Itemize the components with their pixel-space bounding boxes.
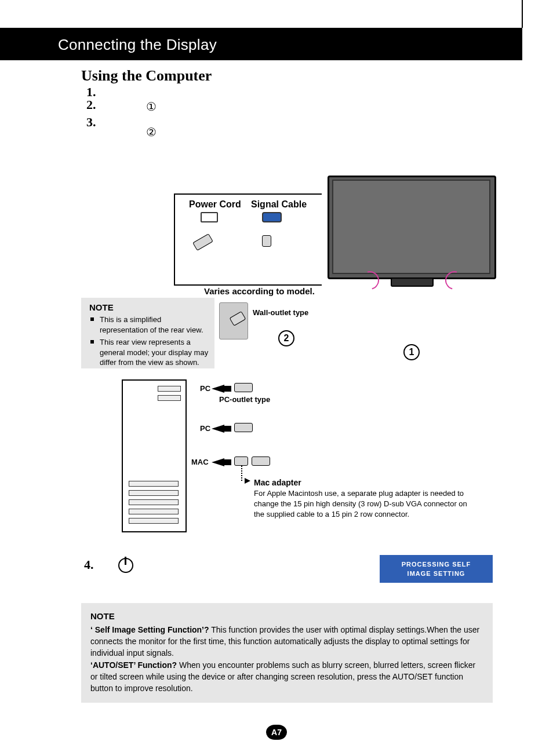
step-number-2: 2.: [86, 97, 96, 112]
tower-drive-icon: [129, 499, 179, 505]
page-number-badge: A7: [266, 725, 287, 740]
ac-port-icon: [201, 212, 218, 222]
cable-panel-edge: [313, 193, 322, 286]
note-box-rear-view: NOTE This is a simplified representation…: [81, 298, 214, 368]
monitor-screen-illustration: [332, 180, 490, 274]
mac-label: MAC: [191, 458, 209, 466]
arrow-left-icon: [212, 458, 224, 466]
pc-outlet-label: PC-outlet type: [219, 395, 270, 404]
step-number-4: 4.: [84, 557, 94, 572]
mac-adapter-label: Mac adapter: [254, 478, 301, 487]
signal-plug-icon: [262, 235, 271, 247]
tower-drive-icon: [129, 481, 179, 487]
adapter-plug-icon: [234, 456, 248, 466]
vga-port-icon: [262, 212, 282, 222]
step-number-3: 3.: [86, 115, 96, 130]
monitor-stand-illustration: [391, 277, 434, 287]
note1-item: This rear view represents a general mode…: [97, 337, 209, 368]
tower-slot-icon: [158, 386, 181, 392]
arrow-right-icon: [245, 478, 250, 484]
section-title: Using the Computer: [81, 67, 212, 85]
note1-title: NOTE: [89, 302, 209, 312]
tower-drive-icon: [129, 518, 179, 524]
power-icon: [118, 558, 133, 573]
processing-line-1: PROCESSING SELF: [380, 561, 493, 568]
signal-cable-label: Signal Cable: [251, 199, 307, 210]
arrow-bar-icon: [223, 459, 231, 465]
note2-auto-set: ‘AUTO/SET’ Function? When you encounter …: [90, 659, 483, 695]
diagram-circle-1: 1: [403, 344, 420, 360]
note-box-functions: NOTE ‘ Self Image Setting Function’? Thi…: [81, 603, 493, 703]
note2-self-image: ‘ Self Image Setting Function’? This fun…: [90, 624, 483, 659]
note1-item: This is a simplified representation of t…: [97, 315, 209, 335]
page-corner-rule-vert: [522, 0, 523, 28]
arrow-left-icon: [212, 425, 224, 433]
circled-one-icon: ①: [146, 100, 157, 114]
header-title: Connecting the Display: [58, 36, 217, 54]
ac-plug-icon: [234, 383, 253, 392]
mac-adapter-description: For Apple Macintosh use, a separate plug…: [254, 488, 468, 520]
arrow-bar-icon: [223, 386, 231, 392]
varies-note: Varies according to model.: [204, 286, 315, 296]
arrow-left-icon: [212, 385, 224, 393]
tower-drive-icon: [129, 509, 179, 514]
note2-title: NOTE: [90, 610, 483, 623]
diagram-circle-2: 2: [278, 330, 294, 346]
wall-outlet-label: Wall-outlet type: [253, 308, 308, 317]
arrow-bar-icon: [223, 426, 231, 432]
auto-set-label: ‘AUTO/SET’ Function?: [90, 660, 177, 670]
dotted-line-icon: [241, 466, 242, 481]
circled-two-icon: ②: [146, 125, 157, 139]
dsub-plug-icon: [252, 456, 270, 466]
processing-self-image-indicator: PROCESSING SELF IMAGE SETTING: [380, 555, 493, 583]
self-image-label: ‘ Self Image Setting Function’?: [90, 625, 209, 634]
power-cord-label: Power Cord: [189, 199, 241, 210]
tower-drive-icon: [129, 490, 179, 496]
processing-line-2: IMAGE SETTING: [380, 570, 493, 577]
pc-label-1: PC: [200, 384, 210, 393]
dsub-plug-icon: [234, 423, 253, 432]
pc-label-2: PC: [200, 424, 210, 433]
tower-slot-icon: [158, 395, 181, 401]
